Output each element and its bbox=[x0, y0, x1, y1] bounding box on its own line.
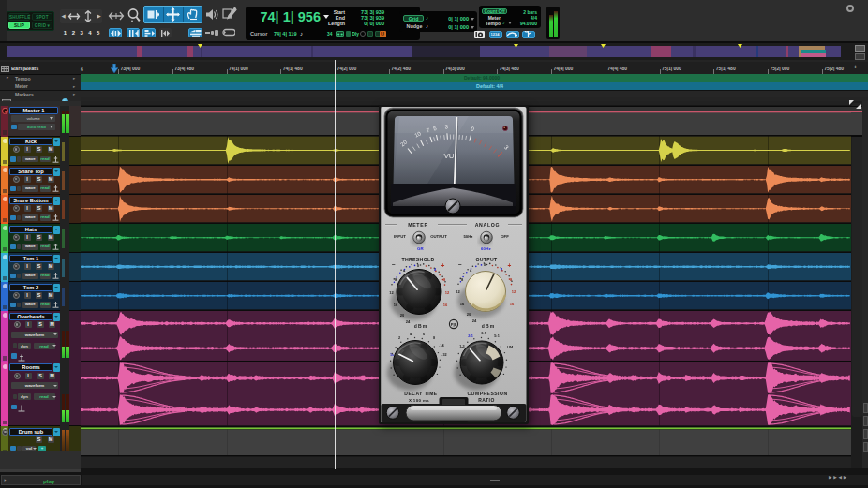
svg-text:+: + bbox=[441, 262, 445, 269]
svg-text:6: 6 bbox=[423, 333, 425, 336]
svg-text:METER: METER bbox=[408, 222, 428, 228]
svg-text:3:1: 3:1 bbox=[481, 332, 486, 335]
svg-text:−: − bbox=[392, 261, 396, 268]
svg-text:dBm: dBm bbox=[482, 323, 496, 329]
svg-text:−: − bbox=[458, 261, 462, 268]
svg-text:24: 24 bbox=[472, 318, 477, 323]
svg-text:INPUT: INPUT bbox=[394, 234, 406, 239]
svg-text:P|E: P|E bbox=[451, 322, 457, 327]
svg-text:OUTPUT: OUTPUT bbox=[430, 234, 447, 239]
svg-text:X 100 ms: X 100 ms bbox=[409, 398, 429, 403]
svg-text:.32: .32 bbox=[441, 353, 446, 357]
svg-text:OFF: OFF bbox=[501, 234, 509, 239]
svg-text:50Hz: 50Hz bbox=[463, 234, 472, 239]
svg-text:RATIO: RATIO bbox=[478, 397, 495, 403]
svg-text:2: 2 bbox=[398, 336, 400, 340]
svg-text:60Hz: 60Hz bbox=[481, 246, 492, 251]
svg-text:LIM: LIM bbox=[507, 346, 514, 349]
svg-text:12: 12 bbox=[445, 290, 450, 295]
svg-text:.14: .14 bbox=[439, 344, 444, 348]
svg-text:12: 12 bbox=[512, 289, 516, 294]
svg-text:DECAY TIME: DECAY TIME bbox=[404, 391, 437, 396]
svg-text:VU: VU bbox=[443, 152, 454, 160]
svg-text:16: 16 bbox=[510, 302, 515, 306]
svg-text:8: 8 bbox=[433, 336, 435, 340]
svg-text:OUTPUT: OUTPUT bbox=[475, 257, 498, 262]
svg-text:COMPRESSION: COMPRESSION bbox=[467, 391, 507, 396]
svg-text:THRESHOLD: THRESHOLD bbox=[402, 257, 435, 262]
svg-text:+: + bbox=[508, 262, 512, 269]
svg-text:2:1: 2:1 bbox=[468, 334, 473, 338]
svg-text:ANALOG: ANALOG bbox=[475, 222, 501, 228]
svg-text:5:1: 5:1 bbox=[494, 334, 500, 338]
svg-text:GR: GR bbox=[417, 246, 425, 251]
svg-text:16: 16 bbox=[443, 303, 448, 307]
svg-text:1.3: 1.3 bbox=[459, 345, 464, 348]
svg-text:dBm: dBm bbox=[414, 323, 428, 329]
